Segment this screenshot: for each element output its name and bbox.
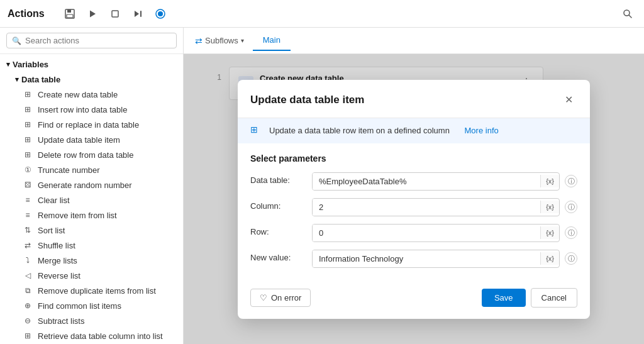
column-field-container: Column: {x} ⓘ — [250, 198, 577, 216]
save-button[interactable]: Save — [482, 289, 526, 307]
row-input[interactable] — [313, 225, 540, 241]
update-data-table-dialog: Update data table item ✕ ⊞ Update a data… — [238, 80, 590, 319]
reverse-icon: ◁ — [23, 270, 33, 280]
subtract-icon: ⊖ — [23, 316, 33, 326]
variable-picker-btn-2[interactable]: {x} — [540, 226, 559, 239]
section-variables-label: Variables — [13, 60, 48, 69]
new-value-label: New value: — [250, 253, 307, 262]
data-table-row: Data table: {x} ⓘ — [250, 172, 577, 191]
chevron-down-icon: ▾ — [6, 60, 10, 69]
info-btn-3[interactable]: ⓘ — [565, 252, 577, 265]
sidebar-item-remove-item[interactable]: ≡ Remove item from list — [0, 208, 183, 223]
sidebar-item-create-data-table[interactable]: ⊞ Create new data table — [0, 87, 183, 102]
row-label: Row: — [250, 227, 307, 236]
sidebar-item-sort-list[interactable]: ⇅ Sort list — [0, 223, 183, 238]
chevron-down-icon: ▾ — [15, 75, 19, 84]
flow-canvas: 1 ⊞ Create new data table Create a new d… — [184, 54, 644, 344]
sidebar-item-clear-list[interactable]: ≡ Clear list — [0, 192, 183, 208]
search-input-wrapper[interactable]: 🔍 — [6, 33, 177, 48]
data-table-input-wrapper[interactable]: {x} — [312, 172, 560, 191]
sidebar-item-reverse-list[interactable]: ◁ Reverse list — [0, 268, 183, 283]
column-input[interactable] — [313, 199, 540, 216]
common-icon: ⊕ — [23, 301, 33, 311]
row-input-wrapper[interactable]: {x} — [312, 224, 560, 242]
tab-main[interactable]: Main — [253, 30, 291, 51]
sidebar-item-delete-row[interactable]: ⊞ Delete row from data table — [0, 147, 183, 162]
column-input-wrapper[interactable]: {x} — [312, 198, 560, 216]
info-btn-2[interactable]: ⓘ — [565, 226, 577, 239]
data-table-input[interactable] — [313, 173, 540, 190]
dialog-title: Update data table item — [250, 94, 364, 106]
subsection-data-table-label: Data table — [21, 75, 60, 84]
list-minus-icon: ≡ — [23, 210, 33, 220]
new-value-row: New value: {x} ⓘ — [250, 250, 577, 268]
subflows-chevron-icon: ▾ — [241, 37, 244, 44]
sidebar-item-insert-row[interactable]: ⊞ Insert row into data table — [0, 102, 183, 117]
new-value-input-wrapper[interactable]: {x} — [312, 250, 560, 268]
shuffle-icon: ⇄ — [23, 240, 33, 250]
sidebar-item-subtract-lists[interactable]: ⊖ Subtract lists — [0, 313, 183, 328]
sidebar: 🔍 ▾ Variables ▾ Data table ⊞ Crea — [0, 28, 184, 344]
next-icon[interactable] — [130, 6, 145, 21]
svg-rect-1 — [67, 9, 71, 13]
main-layout: 🔍 ▾ Variables ▾ Data table ⊞ Crea — [0, 28, 644, 344]
variable-picker-btn-3[interactable]: {x} — [540, 252, 559, 265]
sidebar-item-generate-random[interactable]: ⚄ Generate random number — [0, 177, 183, 192]
sidebar-item-find-common[interactable]: ⊕ Find common list items — [0, 298, 183, 313]
variable-picker-btn-1[interactable]: {x} — [540, 201, 559, 213]
column-icon: ⊞ — [23, 331, 33, 341]
play-icon[interactable] — [85, 6, 100, 21]
new-value-field-container: New value: {x} ⓘ — [250, 250, 577, 268]
subflows-button[interactable]: ⇄ Subflows ▾ — [191, 33, 248, 48]
search-sidebar-icon: 🔍 — [12, 36, 21, 45]
dialog-header: Update data table item ✕ — [238, 80, 590, 118]
info-btn-0[interactable]: ⓘ — [565, 175, 577, 187]
more-info-link[interactable]: More info — [465, 126, 499, 135]
sidebar-item-shuffle-list[interactable]: ⇄ Shuffle list — [0, 238, 183, 253]
sidebar-item-remove-duplicates[interactable]: ⧉ Remove duplicate items from list — [0, 283, 183, 298]
sidebar-item-update-data-table[interactable]: ⊞ Update data table item — [0, 132, 183, 147]
sidebar-item-truncate-number[interactable]: ① Truncate number — [0, 162, 183, 177]
dialog-info-text: Update a data table row item on a define… — [269, 126, 450, 135]
data-table-label: Data table: — [250, 175, 307, 185]
sort-icon: ⇅ — [23, 225, 33, 235]
info-btn-1[interactable]: ⓘ — [565, 201, 577, 213]
grid-icon: ⊞ — [23, 135, 33, 145]
sidebar-item-find-replace[interactable]: ⊞ Find or replace in data table — [0, 117, 183, 132]
dialog-close-button[interactable]: ✕ — [560, 91, 577, 109]
sidebar-item-merge-lists[interactable]: ⤵ Merge lists — [0, 253, 183, 268]
dialog-footer: ♡ On error Save Cancel — [238, 280, 590, 319]
row-field-container: Row: {x} ⓘ — [250, 224, 577, 242]
list-icon: ≡ — [23, 195, 33, 205]
grid-icon: ⊞ — [23, 119, 33, 130]
variable-picker-btn-0[interactable]: {x} — [540, 175, 559, 187]
section-variables-header[interactable]: ▾ Variables — [0, 57, 183, 72]
search-input[interactable] — [25, 36, 171, 45]
svg-rect-2 — [67, 14, 73, 18]
dice-icon: ⚄ — [23, 180, 33, 190]
params-title: Select parameters — [250, 153, 577, 164]
section-variables: ▾ Variables ▾ Data table ⊞ Create new da… — [0, 57, 183, 344]
data-table-field-container: Data table: {x} ⓘ — [250, 172, 577, 191]
cancel-button[interactable]: Cancel — [531, 288, 577, 308]
sidebar-item-retrieve-column[interactable]: ⊞ Retrieve data table column into list — [0, 328, 183, 343]
top-toolbar: Actions — [0, 0, 644, 28]
sidebar-content: ▾ Variables ▾ Data table ⊞ Create new da… — [0, 54, 183, 344]
search-bar-container: 🔍 — [0, 28, 183, 54]
record-icon[interactable] — [153, 6, 168, 21]
sub-toolbar: ⇄ Subflows ▾ Main — [184, 28, 644, 54]
grid-icon: ⊞ — [23, 89, 33, 99]
subflows-label: Subflows — [205, 36, 238, 45]
search-icon[interactable] — [619, 5, 636, 23]
stop-icon[interactable] — [108, 6, 123, 21]
truncate-icon: ① — [23, 165, 33, 175]
column-row: Column: {x} ⓘ — [250, 198, 577, 216]
row-row: Row: {x} ⓘ — [250, 224, 577, 242]
heart-icon: ♡ — [260, 293, 267, 302]
save-icon[interactable] — [62, 6, 77, 21]
svg-rect-4 — [140, 11, 142, 17]
on-error-button[interactable]: ♡ On error — [250, 289, 311, 307]
new-value-input[interactable] — [313, 250, 540, 267]
content-area: ⇄ Subflows ▾ Main 1 ⊞ Create new data ta… — [184, 28, 644, 344]
subsection-data-table-header[interactable]: ▾ Data table — [0, 72, 183, 87]
